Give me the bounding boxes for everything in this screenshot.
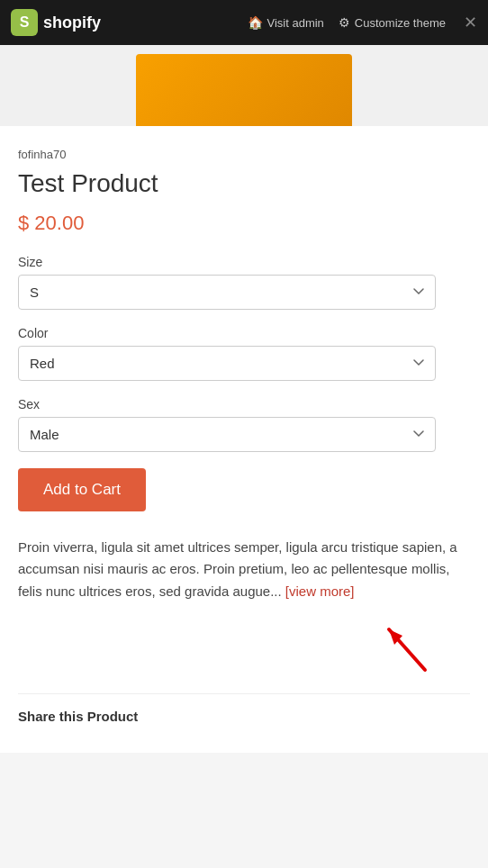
logo-letter: S	[20, 14, 30, 31]
product-page: fofinha70 Test Product $ 20.00 Size S M …	[0, 126, 488, 753]
color-label: Color	[18, 326, 470, 340]
arrow-annotation	[18, 625, 470, 679]
color-field-group: Color Red Blue Green	[18, 326, 470, 381]
customize-theme-link[interactable]: ⚙ Customize theme	[339, 15, 446, 30]
shopify-logo-icon: S	[11, 9, 38, 36]
size-field-group: Size S M L XL	[18, 255, 470, 310]
product-title: Test Product	[18, 168, 470, 199]
sex-field-group: Sex Male Female	[18, 397, 470, 452]
share-section: Share this Product	[18, 693, 470, 724]
red-arrow-icon	[371, 616, 443, 683]
view-more-link[interactable]: [view more]	[285, 583, 355, 599]
size-label: Size	[18, 255, 470, 269]
share-label: Share this Product	[18, 709, 138, 724]
description-text: Proin viverra, ligula sit amet ultrices …	[18, 539, 457, 600]
product-price: $ 20.00	[18, 212, 470, 235]
add-to-cart-button[interactable]: Add to Cart	[18, 468, 146, 511]
sex-select[interactable]: Male Female	[18, 417, 436, 452]
product-image-area	[0, 45, 488, 126]
store-name: fofinha70	[18, 148, 470, 161]
close-button[interactable]: ✕	[464, 13, 477, 32]
customize-theme-label: Customize theme	[355, 16, 446, 30]
sex-label: Sex	[18, 397, 470, 411]
visit-admin-link[interactable]: 🏠 Visit admin	[248, 15, 324, 30]
color-select[interactable]: Red Blue Green	[18, 346, 436, 381]
visit-admin-label: Visit admin	[267, 16, 324, 30]
shopify-logo-text: shopify	[43, 14, 101, 32]
size-select[interactable]: S M L XL	[18, 275, 436, 310]
gear-icon: ⚙	[339, 15, 350, 30]
product-description: Proin viverra, ligula sit amet ultrices …	[18, 537, 470, 603]
home-icon: 🏠	[248, 15, 263, 30]
product-image	[136, 54, 352, 126]
shopify-bar: S shopify 🏠 Visit admin ⚙ Customize them…	[0, 0, 488, 45]
shopify-logo[interactable]: S shopify	[11, 9, 101, 36]
